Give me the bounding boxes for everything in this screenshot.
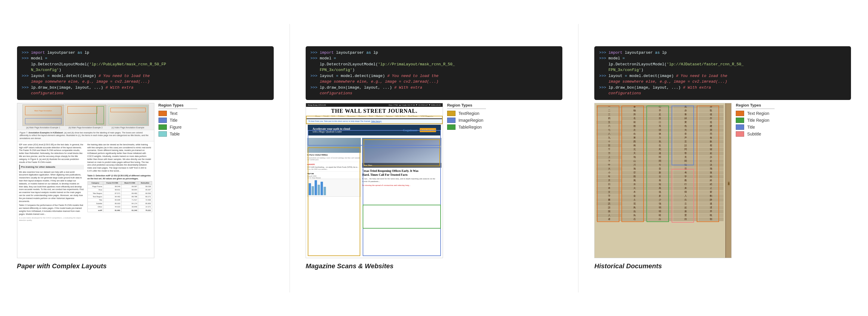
hist-char-5-27: 遅	[699, 206, 723, 210]
hist-char-1-29: 人	[596, 214, 621, 217]
wsj-logo: THE WALL STREET JOURNAL.	[331, 108, 417, 114]
paper-code-block: >>> import layoutparser as lp >>> model …	[17, 46, 274, 100]
wsj-ad-right: Cognizant Get the report	[403, 128, 436, 132]
hist-char-4-13: 答	[673, 152, 698, 155]
hist-char-3-23: 低	[647, 190, 673, 194]
magazine-legend-image: ImageRegion	[447, 118, 486, 123]
hist-char-1-17: 大	[596, 167, 621, 171]
magazine-code-block: >>> import layoutparser as lp >>> model …	[306, 46, 562, 100]
hist-char-5-29: 晩	[699, 214, 723, 217]
hist-char-1-16: 中	[596, 163, 621, 167]
magazine-legend-title: Region Types	[447, 103, 486, 109]
hist-char-4-3: 青	[673, 113, 698, 116]
hist-char-3-26: 強	[647, 202, 673, 206]
text-label: Text	[170, 111, 178, 116]
hist-char-3-24: 多	[647, 194, 673, 198]
hist-title-swatch	[736, 124, 744, 130]
hist-char-2-17: 海	[622, 167, 647, 171]
historical-preview-section: 一 二 三 四 五 六 七 八 九 十 百 千 万 上 下	[594, 103, 775, 258]
hist-char-2-16: 川	[622, 163, 647, 167]
wsj-sidebar-chart: S&P 500 Russell 2000 10-Yr Total Return	[307, 173, 361, 197]
hist-char-2-26: 花	[622, 202, 647, 206]
hist-char-5-24: 動	[699, 194, 723, 198]
historical-binding-strip: 古 文 書	[725, 103, 731, 258]
paper-legend-title-item: Title	[158, 118, 197, 123]
hist-char-5-1: 持	[699, 105, 723, 108]
wsj-article-text: Texas Tried Reopening Offices Early. It …	[362, 169, 441, 187]
paper-document-preview: Main Page Annotation (a) Main Page Annot…	[17, 103, 154, 258]
paper-figure-1: Main Page Annotation	[22, 104, 64, 126]
magazine-preview-section: Hong Kong 24514.04 Dow 17561 ▲ Crude Oil…	[306, 103, 486, 258]
wsj-main-article: Are They Texas Tried Reopening Offices E…	[362, 138, 441, 257]
wsj-bar-4	[318, 185, 320, 195]
hist-char-5-6: 建	[699, 124, 723, 128]
hist-char-5-8: 売	[699, 132, 723, 136]
hist-char-4-18: 考	[673, 171, 698, 175]
wsj-nav: Home World U.S. Politics Economy Busines…	[315, 115, 433, 117]
wsj-sidebar-article-1: in Parts Global Million Corporations are…	[307, 138, 361, 162]
hist-char-1-6: 六	[596, 124, 621, 128]
hist-char-2-1: 事	[622, 105, 647, 108]
paper-results-table: CategoryFaster R-CNNMask R-CNNRetinaNet …	[88, 181, 152, 212]
historical-legend-title: Region Types	[736, 103, 775, 109]
magazine-legend: Region Types TextRegion ImageRegion Tabl…	[447, 103, 486, 131]
hist-char-3-14: 時	[647, 155, 673, 159]
hist-char-5-11: 着	[699, 144, 723, 148]
hist-char-2-18: 空	[622, 171, 647, 175]
hist-textregion-swatch	[736, 111, 744, 116]
paper-legend: Region Types Text Title Figure Table	[158, 103, 197, 138]
hist-col-5: 持 取 使 作 造 建 買 売 食 飲 着 寝 起 歩 走	[699, 105, 723, 256]
table-color-swatch	[158, 131, 167, 137]
hist-char-3-7: 頭	[647, 128, 673, 132]
hist-char-1-20: 月	[596, 179, 621, 182]
imageregion-color-swatch	[447, 118, 456, 123]
hist-char-5-10: 飲	[699, 140, 723, 144]
hist-col-1: 一 二 三 四 五 六 七 八 九 十 百 千 万 上 下	[596, 105, 621, 256]
hist-col-3: 心 手 足 目 口 耳 頭 体 力 気 生 死 道 時 間	[647, 105, 673, 256]
hist-char-4-9: 声	[673, 136, 698, 140]
divider-2	[578, 24, 579, 292]
hist-char-2-8: 右	[622, 132, 647, 136]
magazine-legend-table: TableRegion	[447, 124, 486, 130]
wsj-article-footer: for slowing the spread of coronavirus an…	[362, 184, 441, 187]
hist-char-3-21: 短	[647, 183, 673, 186]
hist-char-1-13: 万	[596, 152, 621, 155]
hist-char-1-25: 書	[596, 198, 621, 202]
hist-char-5-13: 起	[699, 152, 723, 155]
hist-char-3-13: 道	[647, 152, 673, 155]
wsj-document-preview: Hong Kong 24514.04 Dow 17561 ▲ Crude Oil…	[306, 103, 443, 258]
hist-char-4-7: 光	[673, 128, 698, 132]
wsj-bar-5	[320, 182, 323, 195]
hist-char-4-11: 話	[673, 144, 698, 148]
wsj-market-data-right: Dow 17561 ▲ Crude Oil 37.64 ▼ 10-YR 0.27…	[389, 104, 441, 106]
hist-char-3-9: 力	[647, 136, 673, 140]
hist-char-1-14: 上	[596, 155, 621, 159]
historical-document-preview: 一 二 三 四 五 六 七 八 九 十 百 千 万 上 下	[594, 103, 732, 258]
paper-figures-row: Main Page Annotation (a) Main Page Annot…	[17, 103, 154, 130]
wsj-content-area: in Parts Global Million Corporations are…	[306, 137, 443, 258]
hist-char-4-29: 置	[673, 214, 698, 217]
hist-char-3-1: 心	[647, 105, 673, 108]
hist-char-3-3: 足	[647, 113, 673, 116]
paper-preview-section: Main Page Annotation (a) Main Page Annot…	[17, 103, 197, 258]
wsj-ad-cta-button[interactable]: Get the report	[420, 128, 436, 132]
hist-char-2-25: 土	[622, 198, 647, 202]
historical-panel-title: Historical Documents	[594, 262, 662, 270]
wsj-ad-brand: Cognizant	[403, 128, 417, 132]
figure-label: Figure	[170, 125, 182, 129]
hist-char-5-22: 止	[699, 187, 723, 190]
wsj-bar-1	[309, 183, 311, 195]
hist-char-3-6: 耳	[647, 124, 673, 128]
paper-legend-text: Text	[158, 111, 197, 116]
table-label: Table	[170, 132, 180, 136]
hist-char-4-27: 起	[673, 206, 698, 210]
wsj-bar-chart	[307, 179, 361, 197]
historical-legend-titleregion: Title Region	[736, 118, 775, 123]
hist-char-3-18: 新	[647, 171, 673, 175]
hist-char-3-25: 少	[647, 198, 673, 202]
historical-legend: Region Types Text Region Title Region Ti…	[736, 103, 775, 138]
hist-char-4-8: 音	[673, 132, 698, 136]
wsj-sidebar-article-2: urDATE WE SAID Autofaulting... we argued…	[307, 163, 361, 171]
hist-char-2-15: 山	[622, 159, 647, 163]
hist-char-3-10: 気	[647, 140, 673, 144]
